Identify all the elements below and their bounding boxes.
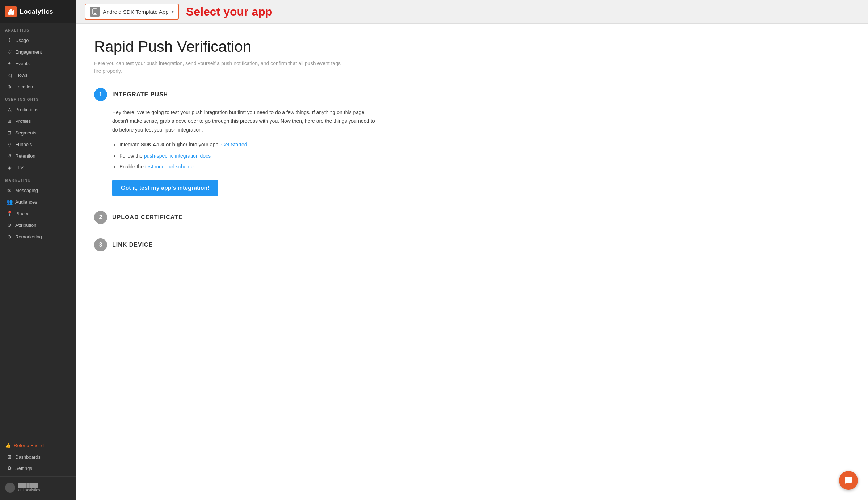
step-1-title: INTEGRATE PUSH <box>112 91 168 98</box>
ltv-icon: ◈ <box>7 164 12 170</box>
sidebar-divider-2 <box>0 476 76 477</box>
sidebar-item-settings-label: Settings <box>15 466 69 471</box>
header: Android SDK Template App ▾ Select your a… <box>76 0 868 24</box>
funnels-icon: ▽ <box>7 141 12 147</box>
step-2: 2 UPLOAD CERTIFICATE <box>94 211 850 224</box>
sidebar-item-engagement-label: Engagement <box>15 49 69 55</box>
sidebar-item-events[interactable]: ✦ Events <box>1 58 75 69</box>
refer-friend-item[interactable]: 👍 Refer a Friend <box>0 440 76 451</box>
sidebar-item-places[interactable]: 📍 Places <box>1 208 75 219</box>
sidebar-item-attribution[interactable]: ⊙ Attribution <box>1 220 75 230</box>
sidebar-item-remarketing[interactable]: ⊙ Remarketing <box>1 231 75 242</box>
svg-rect-3 <box>12 11 13 15</box>
app-selector-icon <box>90 7 100 17</box>
step-3-title: LINK DEVICE <box>112 242 153 248</box>
app-selector-text: Android SDK Template App <box>103 9 169 15</box>
step-3-number: 3 <box>94 238 107 251</box>
sidebar-item-flows[interactable]: ◁ Flows <box>1 70 75 80</box>
user-row: ███████ at Localytics <box>0 480 76 496</box>
logo-text: Localytics <box>20 8 53 16</box>
profiles-icon: ⊞ <box>7 118 12 124</box>
sidebar-item-messaging-label: Messaging <box>15 188 69 193</box>
sidebar-item-audiences-label: Audiences <box>15 199 69 205</box>
sidebar-item-audiences[interactable]: 👥 Audiences <box>1 196 75 207</box>
page-title: Rapid Push Verification <box>94 38 850 55</box>
step-1-list: Integrate SDK 4.1.0 or higher into your … <box>112 141 850 171</box>
svg-rect-0 <box>8 12 9 15</box>
svg-rect-4 <box>13 10 14 15</box>
audiences-icon: 👥 <box>7 199 12 205</box>
location-icon: ⊕ <box>7 84 12 89</box>
refer-friend-label: Refer a Friend <box>14 443 44 448</box>
sidebar-item-segments[interactable]: ⊟ Segments <box>1 127 75 138</box>
sidebar-item-usage[interactable]: ⤴ Usage <box>1 35 75 46</box>
retention-icon: ↺ <box>7 153 12 159</box>
sidebar-item-ltv-label: LTV <box>15 165 69 170</box>
sidebar-item-funnels[interactable]: ▽ Funnels <box>1 139 75 150</box>
sidebar-item-profiles-label: Profiles <box>15 118 69 124</box>
sidebar-item-flows-label: Flows <box>15 72 69 78</box>
app-selector[interactable]: Android SDK Template App ▾ <box>85 4 179 20</box>
user-subtitle: at Localytics <box>18 488 40 492</box>
sidebar-item-places-label: Places <box>15 211 69 216</box>
sidebar-item-ltv[interactable]: ◈ LTV <box>1 162 75 173</box>
sidebar-item-dashboards-label: Dashboards <box>15 454 69 460</box>
main-area: Android SDK Template App ▾ Select your a… <box>76 0 868 500</box>
sidebar-item-profiles[interactable]: ⊞ Profiles <box>1 116 75 126</box>
push-integration-docs-link[interactable]: push-specific integration docs <box>144 153 211 159</box>
sidebar-item-predictions[interactable]: △ Predictions <box>1 104 75 115</box>
step-2-number: 2 <box>94 211 107 224</box>
marketing-section-label: MARKETING <box>0 173 76 184</box>
sidebar: Localytics ANALYTICS ⤴ Usage ♡ Engagemen… <box>0 0 76 500</box>
step-1-header: 1 INTEGRATE PUSH <box>94 88 850 101</box>
sidebar-item-retention[interactable]: ↺ Retention <box>1 150 75 161</box>
dashboards-icon: ⊞ <box>7 454 12 460</box>
step-3-header: 3 LINK DEVICE <box>94 238 850 251</box>
user-avatar <box>5 483 15 493</box>
sidebar-item-remarketing-label: Remarketing <box>15 234 69 239</box>
content-area: Rapid Push Verification Here you can tes… <box>76 24 868 500</box>
analytics-section-label: ANALYTICS <box>0 23 76 34</box>
sidebar-item-messaging[interactable]: ✉ Messaging <box>1 185 75 196</box>
sidebar-divider <box>0 437 76 437</box>
usage-icon: ⤴ <box>7 37 12 43</box>
remarketing-icon: ⊙ <box>7 234 12 239</box>
step-1-body: Hey there! We're going to test your push… <box>94 108 850 196</box>
sidebar-item-location-label: Location <box>15 84 69 89</box>
flows-icon: ◁ <box>7 72 12 78</box>
step-1-number: 1 <box>94 88 107 101</box>
chevron-down-icon: ▾ <box>172 9 174 14</box>
events-icon: ✦ <box>7 61 12 66</box>
sidebar-item-engagement[interactable]: ♡ Engagement <box>1 46 75 57</box>
sidebar-item-predictions-label: Predictions <box>15 107 69 112</box>
sidebar-item-retention-label: Retention <box>15 153 69 159</box>
sidebar-bottom: 👍 Refer a Friend ⊞ Dashboards ⚙ Settings… <box>0 434 76 500</box>
logo-area[interactable]: Localytics <box>0 0 76 23</box>
select-app-label: Select your app <box>186 5 272 18</box>
places-icon: 📍 <box>7 211 12 216</box>
sidebar-item-events-label: Events <box>15 61 69 66</box>
segments-icon: ⊟ <box>7 130 12 136</box>
svg-rect-2 <box>10 9 12 15</box>
integrate-push-cta-button[interactable]: Got it, test my app's integration! <box>112 180 218 196</box>
page-description: Here you can test your push integration,… <box>94 60 347 75</box>
sdk-version-bold: SDK 4.1.0 or higher <box>141 142 187 147</box>
refer-friend-icon: 👍 <box>5 443 11 448</box>
settings-icon: ⚙ <box>7 465 12 471</box>
list-item: Integrate SDK 4.1.0 or higher into your … <box>119 141 850 149</box>
step-2-title: UPLOAD CERTIFICATE <box>112 214 183 221</box>
sidebar-item-settings[interactable]: ⚙ Settings <box>1 463 75 474</box>
chat-bubble-button[interactable] <box>839 471 858 490</box>
get-started-link[interactable]: Get Started <box>221 142 247 147</box>
step-3: 3 LINK DEVICE <box>94 238 850 251</box>
step-1-intro: Hey there! We're going to test your push… <box>112 108 380 134</box>
step-1: 1 INTEGRATE PUSH Hey there! We're going … <box>94 88 850 196</box>
user-name: ███████ <box>18 483 40 488</box>
user-info: ███████ at Localytics <box>18 483 40 492</box>
list-item: Enable the test mode url scheme <box>119 163 850 171</box>
sidebar-item-location[interactable]: ⊕ Location <box>1 81 75 92</box>
predictions-icon: △ <box>7 107 12 112</box>
sidebar-item-dashboards[interactable]: ⊞ Dashboards <box>1 451 75 462</box>
test-mode-url-link[interactable]: test mode url scheme <box>145 164 194 170</box>
sidebar-item-usage-label: Usage <box>15 38 69 43</box>
